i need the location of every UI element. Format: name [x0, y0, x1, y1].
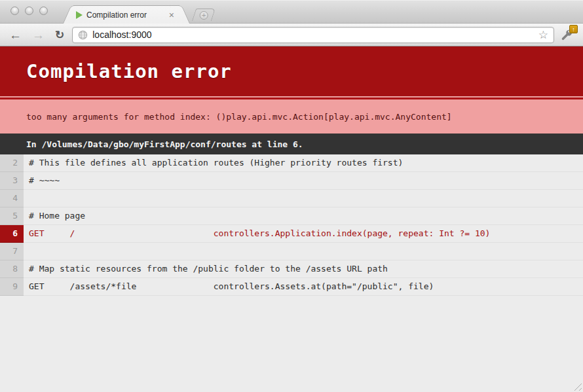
code-line-row: 8 # Map static resources from the /publi…: [0, 260, 583, 278]
line-number: 3: [0, 172, 24, 190]
globe-icon: [78, 30, 88, 40]
window-zoom-button[interactable]: [39, 7, 48, 15]
error-header: Compilation error: [0, 46, 583, 98]
plus-icon: +: [199, 11, 208, 20]
code-line-row: 3 # ~~~~: [0, 172, 583, 190]
error-location-bar: In /Volumes/Data/gbo/myFirstApp/conf/rou…: [0, 134, 583, 154]
line-code: GET /assets/*file controllers.Assets.at(…: [24, 278, 583, 296]
window-close-button[interactable]: [10, 7, 19, 15]
play-favicon-icon: [76, 11, 83, 19]
code-line-row: 7: [0, 243, 583, 260]
line-number: 6: [0, 225, 24, 243]
line-code: GET / controllers.Application.index(page…: [24, 225, 583, 243]
code-line-row: 9 GET /assets/*file controllers.Assets.a…: [0, 278, 583, 296]
line-number: 7: [0, 243, 24, 260]
forward-button[interactable]: →: [29, 29, 47, 41]
address-bar[interactable]: localhost:9000 ☆: [72, 27, 554, 43]
reload-button[interactable]: ↻: [52, 28, 67, 42]
back-button[interactable]: ←: [7, 29, 24, 41]
line-number: 9: [0, 278, 24, 296]
url-text[interactable]: localhost:9000: [92, 29, 534, 40]
line-code: # ~~~~: [24, 172, 583, 190]
code-listing: 2 # This file defines all application ro…: [0, 154, 583, 296]
update-badge: ↑: [569, 25, 578, 33]
page-title: Compilation error: [26, 60, 232, 82]
window-controls: [10, 7, 48, 15]
window-minimize-button[interactable]: [25, 7, 33, 15]
browser-toolbar: ← → ↻ localhost:9000 ☆ ↑: [0, 24, 583, 46]
new-tab-button[interactable]: +: [192, 9, 216, 21]
code-line-row: 2 # This file defines all application ro…: [0, 154, 583, 172]
line-number: 2: [0, 154, 24, 172]
line-code: # This file defines all application rout…: [24, 154, 583, 172]
browser-tab[interactable]: Compilation error ×: [73, 5, 179, 24]
window-resize-grip[interactable]: [572, 381, 582, 391]
bookmark-star-icon[interactable]: ☆: [538, 28, 548, 42]
code-line-row: 6 GET / controllers.Application.index(pa…: [0, 225, 583, 243]
tab-title: Compilation error: [86, 10, 162, 20]
code-line-row: 4: [0, 190, 583, 207]
line-code: # Map static resources from the /public …: [24, 260, 583, 278]
line-number: 8: [0, 260, 24, 278]
line-number: 5: [0, 207, 24, 225]
error-location-text: In /Volumes/Data/gbo/myFirstApp/conf/rou…: [26, 139, 303, 149]
code-line-row: 5 # Home page: [0, 207, 583, 225]
line-number: 4: [0, 190, 24, 207]
line-code: [24, 243, 583, 260]
browser-menu-button[interactable]: ↑: [559, 26, 576, 43]
tab-close-icon[interactable]: ×: [166, 9, 177, 21]
line-code: [24, 190, 583, 207]
line-code: # Home page: [24, 207, 583, 225]
error-detail-text: too many arguments for method index: ()p…: [26, 112, 452, 122]
tab-strip: Compilation error × +: [0, 0, 583, 24]
error-detail-bar: too many arguments for method index: ()p…: [0, 98, 583, 134]
